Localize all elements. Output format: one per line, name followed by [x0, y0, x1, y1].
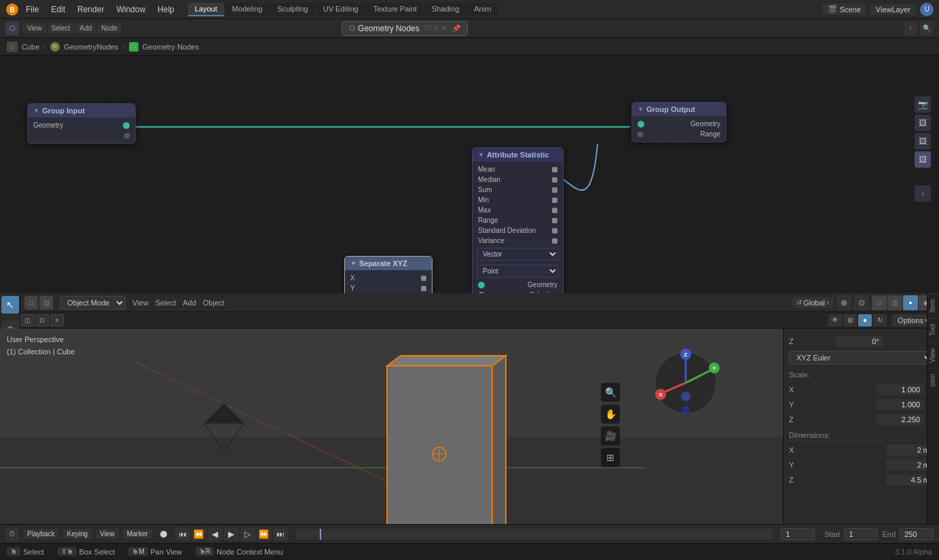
tab-uv-editing[interactable]: UV Editing: [316, 3, 365, 16]
node-view-btn[interactable]: View: [23, 23, 46, 33]
node-canvas[interactable]: ▼ Group Input Geometry ▼ Group Output: [0, 56, 939, 293]
jump-start-btn[interactable]: ⏮: [175, 527, 190, 541]
ne-render3-icon[interactable]: 🖼: [915, 151, 931, 168]
proportional-edit[interactable]: ⊙: [854, 295, 869, 310]
ne-render1-icon[interactable]: 🖼: [915, 115, 931, 131]
timeline-view-btn[interactable]: View: [96, 529, 119, 539]
timeline-scrubber[interactable]: [296, 529, 773, 540]
playback-btn[interactable]: Playback: [23, 529, 59, 539]
node-snap-icon[interactable]: ↑: [904, 22, 917, 35]
end-frame-input[interactable]: [900, 528, 934, 540]
ne-arrow-icon[interactable]: ›: [915, 185, 931, 202]
tab-layout[interactable]: Layout: [188, 3, 224, 16]
zoom-icon[interactable]: 🔍: [601, 383, 620, 402]
next-frame-btn[interactable]: ▷: [240, 527, 255, 541]
rotation-mode-dropdown[interactable]: XYZ Euler: [789, 351, 934, 365]
overlay-icon-2[interactable]: ◫: [20, 314, 34, 326]
tab-anim[interactable]: Anim: [467, 3, 498, 16]
scale-x-value[interactable]: 1.000: [877, 384, 924, 395]
scale-y-row: Y 1.000 🔒: [789, 397, 934, 412]
node-zoom-icon[interactable]: 🔍: [920, 22, 934, 35]
node-group-output[interactable]: ▼ Group Output Geometry Range: [631, 102, 726, 143]
vtab-tool[interactable]: Tool: [927, 318, 939, 341]
step-back-btn[interactable]: ⏪: [191, 527, 206, 541]
geo-nodes-copy[interactable]: ⎘: [435, 24, 439, 32]
ne-render2-icon[interactable]: 🖼: [915, 133, 931, 149]
step-fwd-btn[interactable]: ⏩: [257, 527, 272, 541]
user-avatar[interactable]: U: [920, 3, 934, 16]
group-output-collapse[interactable]: ▼: [638, 106, 644, 113]
vtab-item[interactable]: Item: [927, 293, 939, 318]
menu-edit[interactable]: Edit: [45, 3, 71, 16]
geometry-nodes-tab[interactable]: ⬡ Geometry Nodes 🛡 ⎘ ✕ 📌: [342, 21, 468, 36]
start-frame-input[interactable]: [844, 528, 878, 540]
menu-help[interactable]: Help: [152, 3, 180, 16]
transform-orientation[interactable]: ↺ Global ▾: [792, 297, 834, 308]
node-add-btn[interactable]: Add: [75, 23, 96, 33]
playhead-dot[interactable]: [160, 531, 167, 538]
viewport-add-menu[interactable]: Add: [183, 299, 196, 307]
vtab-view[interactable]: View: [927, 342, 939, 369]
node-group-input[interactable]: ▼ Group Input Geometry: [27, 103, 136, 144]
prev-frame-btn[interactable]: ◀: [208, 527, 223, 541]
vp-icon1[interactable]: □: [24, 296, 38, 310]
tab-sculpting[interactable]: Sculpting: [270, 3, 314, 16]
keying-btn[interactable]: Keying: [63, 529, 92, 539]
breadcrumb-geonodes[interactable]: GeometryNodes: [64, 43, 118, 51]
viewport-shading-icon[interactable]: ●: [858, 314, 872, 326]
viewport-select-menu[interactable]: Select: [155, 299, 177, 307]
marker-btn[interactable]: Marker: [123, 529, 152, 539]
timeline-editor-icon[interactable]: ⏱: [5, 527, 19, 541]
z-angle-value[interactable]: 0°: [836, 336, 883, 347]
display-mode-solid[interactable]: ●: [903, 295, 918, 310]
node-node-btn[interactable]: Node: [97, 23, 122, 33]
play-btn[interactable]: ▶: [224, 527, 239, 541]
current-frame-input[interactable]: [781, 528, 815, 540]
geo-nodes-pin[interactable]: 📌: [452, 24, 460, 32]
select-tool[interactable]: ↖: [1, 296, 19, 314]
vp-icon2[interactable]: ◫: [39, 296, 53, 310]
object-mode-dropdown[interactable]: Object Mode: [60, 296, 126, 310]
group-output-geo-label: Geometry: [691, 120, 720, 128]
node-editor-type-icon[interactable]: ⬡: [5, 22, 19, 35]
geo-nodes-close[interactable]: ✕: [441, 24, 447, 32]
attr-type-dropdown[interactable]: Vector: [477, 248, 559, 261]
node-attribute-statistic[interactable]: ▼ Attribute Statistic Mean Median Sum Mi…: [472, 147, 564, 293]
node-group-output-header: ▼ Group Output: [632, 102, 726, 116]
camera-viewport-icon[interactable]: 🎥: [601, 426, 620, 445]
gizmo-icon[interactable]: ↻: [873, 314, 887, 326]
tab-modeling[interactable]: Modeling: [225, 3, 270, 16]
scale-y-value[interactable]: 1.000: [877, 399, 924, 410]
attr-domain-dropdown[interactable]: Point: [477, 265, 559, 278]
sep-xyz-collapse[interactable]: ▼: [350, 260, 356, 267]
overlay-display-icon[interactable]: ⊞: [843, 314, 857, 326]
viewport-view-menu[interactable]: View: [132, 299, 149, 307]
group-input-collapse[interactable]: ▼: [33, 107, 39, 114]
overlay-icon-3[interactable]: ⊡: [35, 314, 49, 326]
pan-icon[interactable]: ✋: [601, 405, 620, 424]
viewport-3d-canvas[interactable]: User Perspective (1) Collection | Cube: [0, 329, 783, 524]
menu-render[interactable]: Render: [72, 3, 109, 16]
tab-shading[interactable]: Shading: [425, 3, 466, 16]
breadcrumb-cube[interactable]: Cube: [22, 43, 39, 51]
jump-end-btn[interactable]: ⏭: [273, 527, 288, 541]
scale-z-value[interactable]: 2.250: [877, 414, 924, 425]
menu-file[interactable]: File: [20, 3, 44, 16]
snap-toggle[interactable]: ⊕: [836, 295, 851, 310]
vtab-osm[interactable]: osm: [927, 368, 939, 392]
menu-window[interactable]: Window: [111, 3, 151, 16]
viewlayer-selector[interactable]: ViewLayer: [870, 4, 916, 15]
attr-stat-collapse[interactable]: ▼: [478, 151, 484, 158]
scene-selector[interactable]: 🎬 Scene: [822, 3, 866, 15]
top-menubar: B File Edit Render Window Help Layout Mo…: [0, 0, 939, 19]
grid-viewport-icon[interactable]: ⊞: [601, 448, 620, 467]
node-select-btn[interactable]: Select: [48, 23, 75, 33]
viewport-object-menu[interactable]: Object: [203, 299, 225, 307]
ne-camera-icon[interactable]: 📷: [915, 96, 931, 113]
render-icon[interactable]: 👁: [828, 314, 842, 326]
display-mode-1[interactable]: □: [872, 295, 887, 310]
display-mode-2[interactable]: ◫: [887, 295, 902, 310]
overlay-icon-4[interactable]: ≡: [50, 314, 64, 326]
tab-texture-paint[interactable]: Texture Paint: [367, 3, 424, 16]
node-separate-xyz[interactable]: ▼ Separate XYZ X Y Z Vector: [344, 256, 432, 293]
